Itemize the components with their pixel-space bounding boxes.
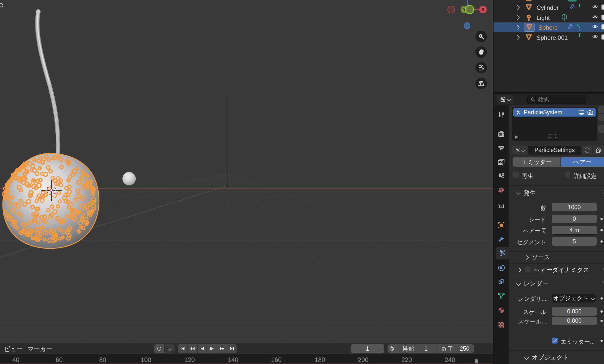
animate-dot[interactable] <box>600 340 603 342</box>
tab-collection-button[interactable] <box>496 200 507 212</box>
current-frame-field[interactable]: 1 <box>351 344 384 353</box>
object-name[interactable]: Light <box>537 14 550 21</box>
sphere-001-object[interactable] <box>122 172 136 186</box>
gizmo-minus-y-ball[interactable] <box>465 5 474 14</box>
tab-particles-button-selected[interactable] <box>496 247 509 259</box>
fake-user-button[interactable] <box>582 146 592 155</box>
tab-output-button[interactable] <box>496 142 507 154</box>
monitor-icon[interactable] <box>578 110 585 115</box>
particle-system-list-item-selected[interactable]: ParticleSystem <box>513 108 596 117</box>
camera-visibility-icon[interactable] <box>601 34 604 40</box>
camera-visibility-icon[interactable] <box>601 24 604 29</box>
camera-visibility-icon[interactable] <box>601 15 604 20</box>
particle-system-list[interactable]: ParticleSystem ▶ :::: <box>512 107 597 141</box>
eye-icon[interactable] <box>592 15 598 19</box>
animate-dot[interactable] <box>600 320 603 322</box>
tab-world-button[interactable] <box>496 184 507 196</box>
next-keyframe-button[interactable] <box>217 344 227 353</box>
use-preview-range-button[interactable] <box>388 344 396 353</box>
tab-constraints-button[interactable] <box>496 276 507 287</box>
timeline-marker-menu[interactable]: マーカー <box>28 345 52 353</box>
tab-hair-selected[interactable]: ヘアー <box>561 157 604 167</box>
outliner-row-sphere-selected[interactable]: Sphere <box>494 22 604 32</box>
count-field[interactable]: 1000 <box>552 203 597 211</box>
jump-to-start-button[interactable] <box>178 344 187 353</box>
settings-name-field[interactable]: ParticleSettings <box>528 146 581 155</box>
tab-texture-button[interactable] <box>496 319 507 331</box>
copy-button[interactable] <box>593 146 604 155</box>
object-subsection-header[interactable]: オブジェクト <box>509 353 604 362</box>
hair-dynamics-section-header[interactable]: ヘアーダイナミクス <box>509 265 604 274</box>
expand-arrow-icon[interactable] <box>515 35 519 40</box>
source-subsection-header[interactable]: ソース <box>509 253 604 262</box>
tab-view-layer-button[interactable] <box>496 156 507 167</box>
animate-dot[interactable] <box>600 240 603 243</box>
list-specials-button[interactable] <box>598 125 604 133</box>
camera-visibility-icon[interactable] <box>601 5 604 10</box>
camera-view-button[interactable] <box>475 62 487 74</box>
scale-randomness-field[interactable]: 0.000 <box>552 317 597 325</box>
animate-dot[interactable] <box>600 218 603 220</box>
expand-arrow-icon[interactable] <box>515 25 519 29</box>
timeline-ruler[interactable]: 40 60 80 100 120 140 160 180 200 220 240 <box>0 354 493 364</box>
object-name[interactable]: Sphere <box>538 24 558 31</box>
frame-start-field[interactable]: 開始 1 <box>396 344 435 353</box>
outliner-row-light[interactable]: Light <box>494 13 604 22</box>
segments-field[interactable]: 5 <box>552 237 597 246</box>
grid-toggle-button[interactable] <box>475 78 487 89</box>
animate-dot[interactable] <box>600 310 603 313</box>
panel-drag-dots[interactable]: ⋮⋮ <box>602 190 604 194</box>
gizmo-minus-z-ball[interactable] <box>464 22 470 29</box>
eye-icon[interactable] <box>592 34 598 39</box>
frame-end-field[interactable]: 終了 250 <box>435 344 474 353</box>
timeline-view-menu[interactable]: ビュー <box>4 345 22 353</box>
tab-object-button[interactable] <box>496 220 507 231</box>
object-name[interactable]: Cylinder <box>537 4 559 11</box>
search-input[interactable]: 検索 <box>527 95 586 104</box>
zoom-button[interactable] <box>475 31 487 42</box>
tab-emitter[interactable]: エミッター <box>513 157 560 167</box>
hair-dynamics-checkbox[interactable] <box>525 267 531 273</box>
settings-browse-button[interactable] <box>512 146 527 155</box>
pan-button[interactable] <box>475 46 487 58</box>
outliner-row-cylinder[interactable]: Cylinder <box>494 3 604 12</box>
scale-field[interactable]: 0.050 <box>552 307 597 316</box>
cherry-stem[interactable] <box>36 9 58 154</box>
list-remove-button[interactable] <box>598 114 604 121</box>
play-reverse-button[interactable] <box>198 344 207 353</box>
tab-scene-button[interactable] <box>496 170 507 181</box>
outliner-row-sphere001[interactable]: Sphere.001 <box>494 32 604 42</box>
tab-render-button[interactable] <box>496 128 507 140</box>
expand-arrow-icon[interactable] <box>515 15 519 20</box>
advanced-checkbox[interactable] <box>564 172 571 178</box>
show-emitter-checkbox[interactable] <box>552 338 558 344</box>
panel-drag-dots[interactable]: ⋮⋮ <box>602 280 604 285</box>
regrow-checkbox[interactable] <box>513 172 519 178</box>
gizmo-minus-x-ball[interactable] <box>447 6 455 13</box>
panel-drag-dots[interactable]: ⋮⋮ <box>602 267 604 272</box>
tab-tool-button[interactable] <box>496 110 507 121</box>
expand-arrow-icon[interactable] <box>515 5 519 10</box>
tab-material-button[interactable] <box>496 304 507 316</box>
render-section-header[interactable]: レンダー <box>509 279 604 288</box>
seed-field[interactable]: 0 <box>552 215 597 223</box>
play-button[interactable] <box>207 344 217 353</box>
prev-keyframe-button[interactable] <box>188 344 197 353</box>
animate-dot[interactable] <box>600 297 603 300</box>
editor-divider[interactable] <box>494 92 604 94</box>
tab-physics-button[interactable] <box>496 262 507 273</box>
camera-render-icon[interactable] <box>587 110 593 115</box>
list-expand-icon[interactable]: ▶ <box>515 134 518 139</box>
jump-to-end-button[interactable] <box>227 344 237 353</box>
eye-icon[interactable] <box>592 24 598 29</box>
auto-keyframe-dropdown[interactable] <box>165 344 175 353</box>
list-resize-grip[interactable]: :::: <box>547 132 557 139</box>
object-name[interactable]: Sphere.001 <box>537 34 568 41</box>
3d-viewport[interactable]: e Y X <box>0 0 493 343</box>
emission-section-header[interactable]: 発生 <box>509 188 604 197</box>
hair-length-field[interactable]: 4 m <box>552 226 597 234</box>
animate-dot[interactable] <box>600 229 603 231</box>
tab-modifiers-button[interactable] <box>496 234 507 246</box>
auto-keyframe-button[interactable] <box>154 344 164 353</box>
list-add-button[interactable] <box>598 106 604 113</box>
